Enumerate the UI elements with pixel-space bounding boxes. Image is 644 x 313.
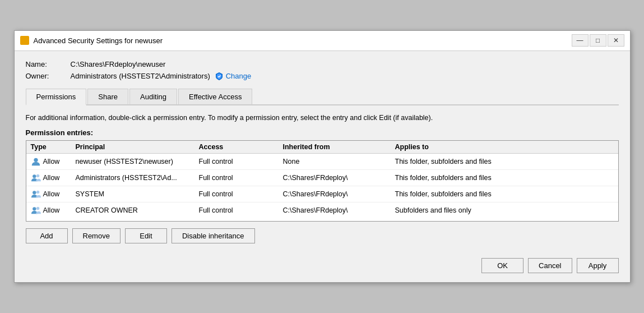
cell-principal: newuser (HSSTEST2\newuser) <box>76 158 199 165</box>
cell-inherited-from: C:\Shares\FRdeploy\ <box>283 174 395 182</box>
tab-permissions[interactable]: Permissions <box>26 89 87 105</box>
svg-point-0 <box>34 158 38 162</box>
content-area: Name: C:\Shares\FRdeploy\newuser Owner: … <box>15 51 630 283</box>
svg-point-7 <box>36 207 39 210</box>
col-access: Access <box>199 143 283 151</box>
change-owner-link[interactable]: Change <box>215 72 252 81</box>
table-header: Type Principal Access Inherited from App… <box>26 141 618 154</box>
owner-row: Owner: Administrators (HSSTEST2\Administ… <box>26 72 619 81</box>
table-row[interactable]: Allow Administrators (HSSTEST2\Ad... Ful… <box>26 170 618 186</box>
cell-principal: CREATOR OWNER <box>76 206 199 214</box>
minimize-button[interactable]: — <box>572 34 589 47</box>
remove-button[interactable]: Remove <box>72 228 121 243</box>
tab-share[interactable]: Share <box>87 89 128 104</box>
name-value: C:\Shares\FRdeploy\newuser <box>71 60 166 68</box>
name-label: Name: <box>26 60 71 68</box>
cell-type: Allow <box>31 173 76 183</box>
add-button[interactable]: Add <box>26 228 68 243</box>
close-button[interactable]: ✕ <box>608 34 624 47</box>
cell-applies-to: This folder, subfolders and files <box>395 174 552 182</box>
cell-applies-to: Subfolders and files only <box>395 206 552 214</box>
title-bar: Advanced Security Settings for newuser —… <box>15 31 630 51</box>
group-icon <box>31 205 41 215</box>
title-bar-controls: — □ ✕ <box>572 34 624 47</box>
owner-value: Administrators (HSSTEST2\Administrators) <box>71 72 210 80</box>
col-principal: Principal <box>76 143 199 151</box>
col-type: Type <box>31 143 76 151</box>
cell-type: Allow <box>31 205 76 215</box>
tab-auditing[interactable]: Auditing <box>129 89 177 104</box>
cell-applies-to: This folder, subfolders and files <box>395 190 552 198</box>
col-inherited-from: Inherited from <box>283 143 395 151</box>
cell-principal: SYSTEM <box>76 190 199 198</box>
svg-point-5 <box>36 191 39 194</box>
svg-point-2 <box>33 174 36 178</box>
edit-button[interactable]: Edit <box>125 228 167 243</box>
disable-inheritance-button[interactable]: Disable inheritance <box>172 228 255 243</box>
main-window: Advanced Security Settings for newuser —… <box>14 30 631 283</box>
cancel-button[interactable]: Cancel <box>528 258 572 273</box>
svg-point-3 <box>36 174 39 177</box>
svg-point-4 <box>33 191 36 194</box>
cell-principal: Administrators (HSSTEST2\Ad... <box>76 174 199 182</box>
shield-icon <box>215 72 224 81</box>
cell-type: Allow <box>31 189 76 199</box>
table-row[interactable]: Allow CREATOR OWNER Full control C:\Shar… <box>26 202 618 218</box>
user-icon <box>31 156 41 167</box>
table-body: Allow newuser (HSSTEST2\newuser) Full co… <box>26 154 618 221</box>
permission-table: Type Principal Access Inherited from App… <box>26 140 619 222</box>
group-icon <box>31 173 41 183</box>
ok-button[interactable]: OK <box>481 258 523 273</box>
cell-inherited-from: None <box>283 158 395 165</box>
cell-access: Full control <box>199 206 283 214</box>
cell-access: Full control <box>199 190 283 198</box>
window-title: Advanced Security Settings for newuser <box>34 36 572 45</box>
action-buttons: Add Remove Edit Disable inheritance <box>26 228 619 243</box>
name-row: Name: C:\Shares\FRdeploy\newuser <box>26 60 619 68</box>
cell-access: Full control <box>199 174 283 182</box>
dialog-buttons: OK Cancel Apply <box>26 252 619 273</box>
window-icon <box>20 36 29 45</box>
tab-effective-access[interactable]: Effective Access <box>178 89 252 104</box>
cell-type: Allow <box>31 156 76 167</box>
section-label: Permission entries: <box>26 128 619 137</box>
cell-inherited-from: C:\Shares\FRdeploy\ <box>283 206 395 214</box>
tab-bar: Permissions Share Auditing Effective Acc… <box>26 89 619 105</box>
svg-point-6 <box>33 207 36 210</box>
table-row[interactable]: Allow SYSTEM Full control C:\Shares\FRde… <box>26 186 618 202</box>
cell-access: Full control <box>199 158 283 165</box>
cell-applies-to: This folder, subfolders and files <box>395 158 552 165</box>
cell-inherited-from: C:\Shares\FRdeploy\ <box>283 190 395 198</box>
maximize-button[interactable]: □ <box>590 34 606 47</box>
col-applies-to: Applies to <box>395 143 552 151</box>
table-row[interactable]: Allow newuser (HSSTEST2\newuser) Full co… <box>26 154 618 170</box>
change-label: Change <box>226 72 252 80</box>
group-icon <box>31 189 41 199</box>
owner-label: Owner: <box>26 72 71 80</box>
description-text: For additional information, double-click… <box>26 113 619 123</box>
apply-button[interactable]: Apply <box>577 258 619 273</box>
